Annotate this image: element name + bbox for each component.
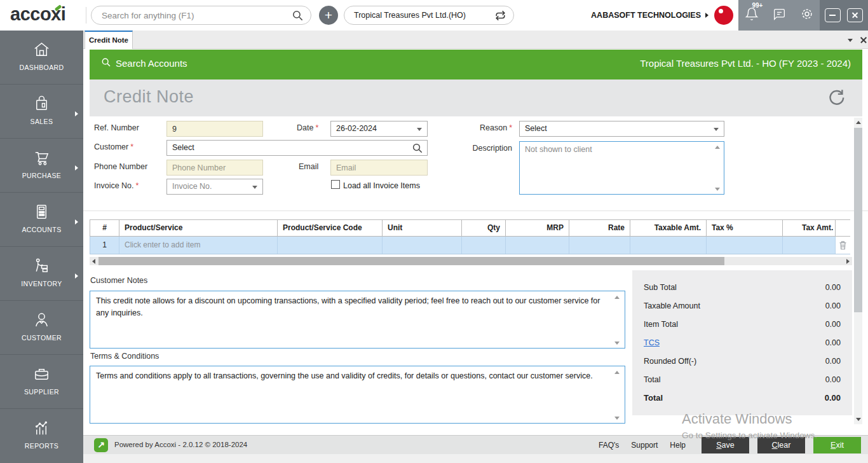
delete-row-cell [836, 237, 850, 254]
close-icon[interactable] [847, 8, 863, 22]
terms-textarea[interactable]: Terms and conditions apply to all transa… [90, 366, 625, 424]
account-menu[interactable]: AABASOFT TECHNOLOGIES [572, 0, 709, 31]
search-accounts-button[interactable]: Search Accounts [101, 57, 187, 69]
scroll-up-icon[interactable] [715, 146, 720, 149]
scroll-down-icon[interactable] [614, 342, 620, 345]
customer-notes-textarea[interactable]: This credit note allows for a discount o… [90, 291, 625, 349]
table-row[interactable]: 1 Click enter to add item [90, 237, 850, 254]
row-number: 1 [90, 237, 119, 254]
customer-select[interactable]: Select [166, 140, 428, 156]
vertical-scrollbar[interactable] [854, 118, 862, 424]
exit-button[interactable]: Exit [813, 437, 861, 453]
sidebar-item-reports[interactable]: REPORTS [0, 409, 83, 463]
col-taxable-amt: Taxable Amt. [630, 220, 707, 236]
page-title: Credit Note [104, 87, 194, 107]
bottom-strip [83, 454, 868, 463]
reason-label: Reason* [461, 123, 512, 132]
items-table-header: # Product/Service Product/Service Code U… [90, 219, 850, 237]
add-new-button[interactable]: + [319, 6, 338, 25]
invoice-no-dropdown[interactable]: Invoice No. [166, 179, 263, 195]
sidebar-item-sales[interactable]: SALES [0, 85, 83, 139]
col-product-service: Product/Service [119, 220, 278, 236]
save-button[interactable]: Save [702, 437, 749, 453]
sidebar-item-inventory[interactable]: INVENTORY [0, 247, 83, 301]
vertical-scrollbar-thumb[interactable] [854, 128, 862, 312]
minimize-icon[interactable] [825, 8, 841, 22]
person-icon [32, 321, 51, 332]
scroll-up-icon[interactable] [614, 371, 620, 374]
sidebar-item-purchase[interactable]: PURCHASE [0, 139, 83, 193]
company-selector-label: Tropical Treasures Pvt Ltd.(HO) [354, 11, 466, 20]
sidebar-item-customer[interactable]: CUSTOMER [0, 301, 83, 355]
scroll-down-icon[interactable] [715, 188, 720, 191]
scroll-up-icon[interactable] [856, 121, 861, 124]
switch-company-icon[interactable] [494, 10, 506, 24]
sidebar-item-dashboard[interactable]: DASHBOARD [0, 31, 83, 85]
col-tax-amt: Tax Amt. [783, 220, 836, 236]
divider [86, 7, 86, 24]
bar-chart-icon [32, 429, 51, 440]
avatar[interactable] [714, 6, 733, 25]
help-link[interactable]: Help [670, 441, 686, 450]
tcs-link[interactable]: TCS [644, 338, 660, 347]
summary-row: Total0.00 [644, 370, 841, 389]
chevron-down-icon [252, 186, 257, 189]
faqs-link[interactable]: FAQ's [599, 441, 619, 450]
phone-input[interactable] [166, 160, 263, 176]
clear-button[interactable]: Clear [757, 437, 805, 453]
chat-icon[interactable] [773, 8, 786, 24]
scroll-down-icon[interactable] [856, 418, 861, 421]
gear-icon[interactable] [800, 7, 814, 24]
accoxi-footer-logo-icon: ↗ [94, 438, 108, 452]
ref-number-label: Ref. Number [94, 123, 139, 132]
bell-icon[interactable]: 99+ [745, 7, 759, 24]
scroll-left-icon[interactable] [92, 259, 95, 264]
sidebar-item-supplier[interactable]: SUPPLIER [0, 355, 83, 409]
invoice-no-label: Invoice No.* [94, 181, 139, 190]
horizontal-scrollbar-thumb[interactable] [98, 257, 724, 265]
sidebar: DASHBOARD SALES PURCHASE ACCOUNTS INVENT… [0, 31, 83, 463]
email-input[interactable] [330, 160, 428, 176]
totals-summary: Sub Total0.00 Taxable Amount0.00 Item To… [632, 270, 852, 415]
load-all-invoice-items-checkbox[interactable] [331, 180, 340, 189]
date-dropdown[interactable]: 26-02-2024 [330, 121, 428, 137]
horizontal-scrollbar[interactable] [90, 257, 852, 265]
sidebar-item-accounts[interactable]: ACCOUNTS [0, 193, 83, 247]
reason-dropdown[interactable]: Select [519, 121, 724, 137]
search-icon[interactable] [292, 10, 304, 24]
chevron-down-icon [714, 128, 719, 131]
shopping-bag-icon [32, 105, 51, 116]
trash-icon[interactable] [838, 244, 848, 252]
trolley-icon [32, 267, 51, 278]
company-selector[interactable]: Tropical Treasures Pvt Ltd.(HO) [344, 6, 514, 25]
tab-credit-note[interactable]: Credit Note [85, 31, 133, 49]
company-fy-label: Tropical Treasures Pvt Ltd. - HO (FY 202… [640, 58, 851, 69]
chevron-right-icon [705, 13, 709, 18]
description-textarea[interactable] [519, 141, 724, 195]
cart-icon [32, 159, 51, 170]
date-label: Date* [297, 123, 318, 132]
calculator-icon [32, 213, 51, 224]
close-tab-icon[interactable] [860, 36, 867, 44]
col-num: # [90, 220, 119, 236]
scroll-up-icon[interactable] [614, 296, 620, 299]
add-item-hint[interactable]: Click enter to add item [119, 237, 278, 254]
page-title-bar: Credit Note [90, 79, 862, 116]
ref-number-input[interactable] [166, 121, 263, 137]
col-product-service-code: Product/Service Code [278, 220, 383, 236]
refresh-icon[interactable] [827, 88, 846, 109]
global-search-input[interactable] [102, 6, 286, 24]
customer-notes-label: Customer Notes [90, 276, 147, 285]
load-all-invoice-items-label: Load all Invoice Items [343, 181, 420, 190]
chevron-down-icon[interactable] [848, 39, 853, 42]
summary-grand-total: Total0.00 [644, 389, 841, 407]
plus-icon: + [325, 8, 332, 22]
chevron-right-icon [75, 219, 78, 225]
scroll-down-icon[interactable] [614, 417, 620, 420]
scroll-right-icon[interactable] [846, 259, 850, 264]
terms-label: Terms & Conditions [90, 352, 159, 361]
support-link[interactable]: Support [631, 441, 658, 450]
search-icon[interactable] [412, 142, 423, 159]
search-icon [101, 57, 111, 69]
email-label: Email [299, 162, 318, 171]
